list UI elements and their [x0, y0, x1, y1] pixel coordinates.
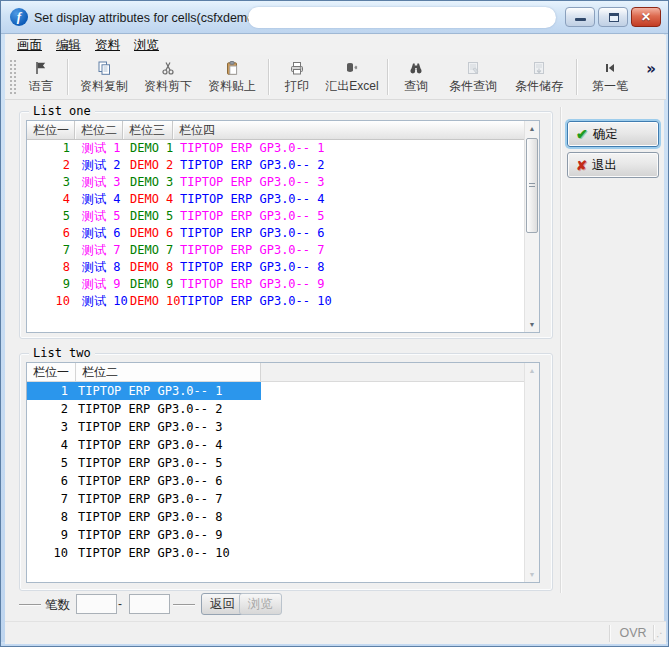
toolbar-separator [67, 59, 68, 95]
table-row[interactable]: 1测试 1DEMO 1TIPTOP ERP GP3.0-- 1 [27, 140, 525, 157]
table-cell: 10 [27, 293, 75, 310]
table-row[interactable]: 3测试 3DEMO 3TIPTOP ERP GP3.0-- 3 [27, 174, 525, 191]
resize-grip-icon[interactable]: ⋰ [653, 632, 663, 642]
scroll-up-icon[interactable]: ▲ [525, 363, 539, 378]
table-cell: TIPTOP ERP GP3.0-- 1 [76, 382, 261, 400]
browse-button: 浏览 [239, 593, 282, 615]
maximize-button[interactable] [598, 7, 628, 27]
table-row[interactable]: 8TIPTOP ERP GP3.0-- 8 [27, 508, 261, 526]
record-from-input[interactable] [76, 594, 117, 614]
record-to-input[interactable] [129, 594, 170, 614]
scroll-down-icon[interactable]: ▼ [525, 567, 539, 582]
return-button[interactable]: 返回 [201, 593, 244, 615]
scrollbar-thumb[interactable] [526, 138, 538, 233]
conditional-save-icon [531, 59, 547, 77]
list-two-scrollbar[interactable]: ▲ ▼ [524, 363, 539, 582]
paste-icon [224, 59, 240, 77]
menu-item-data[interactable]: 资料 [89, 36, 126, 55]
cross-icon: ✘ [576, 158, 587, 173]
list-one-scrollbar[interactable]: ▲ ▼ [524, 121, 539, 332]
export-excel-button[interactable]: 汇出Excel [321, 55, 383, 99]
table-cell: TIPTOP ERP GP3.0-- 1 [173, 140, 525, 157]
toolbar-gripper[interactable] [9, 59, 17, 96]
table-cell: 1 [27, 382, 76, 400]
list-two-table[interactable]: 栏位一 栏位二 1TIPTOP ERP GP3.0-- 12TIPTOP ERP… [26, 362, 540, 583]
table-cell: TIPTOP ERP GP3.0-- 10 [76, 544, 261, 562]
table-row[interactable]: 7测试 7DEMO 7TIPTOP ERP GP3.0-- 7 [27, 242, 525, 259]
range-separator: - [118, 597, 122, 611]
scroll-up-icon[interactable]: ▲ [525, 121, 539, 136]
close-button[interactable]: ✕ [631, 7, 661, 27]
table-row[interactable]: 2测试 2DEMO 2TIPTOP ERP GP3.0-- 2 [27, 157, 525, 174]
table-cell: TIPTOP ERP GP3.0-- 3 [173, 174, 525, 191]
table-cell: TIPTOP ERP GP3.0-- 4 [173, 191, 525, 208]
table-row[interactable]: 6TIPTOP ERP GP3.0-- 6 [27, 472, 261, 490]
table-row[interactable]: 3TIPTOP ERP GP3.0-- 3 [27, 418, 261, 436]
binoculars-icon [408, 59, 424, 77]
menu-item-edit[interactable]: 编辑 [50, 36, 87, 55]
column-header[interactable]: 栏位四 [173, 121, 525, 139]
table-cell: 测试 5 [75, 208, 123, 225]
query-button[interactable]: 查询 [392, 55, 440, 99]
table-row[interactable]: 9测试 9DEMO 9TIPTOP ERP GP3.0-- 9 [27, 276, 525, 293]
table-cell: 5 [27, 208, 75, 225]
menu-item-screen[interactable]: 画面 [11, 36, 48, 55]
column-header[interactable]: 栏位二 [75, 121, 123, 139]
menu-item-browse[interactable]: 浏览 [128, 36, 165, 55]
column-header[interactable]: 栏位三 [123, 121, 173, 139]
table-row[interactable]: 7TIPTOP ERP GP3.0-- 7 [27, 490, 261, 508]
print-button[interactable]: 打印 [273, 55, 321, 99]
table-cell: DEMO 8 [123, 259, 173, 276]
table-cell: DEMO 3 [123, 174, 173, 191]
table-row[interactable]: 10测试 10DEMO 10TIPTOP ERP GP3.0-- 10 [27, 293, 525, 310]
table-cell: 4 [27, 436, 76, 454]
ok-button[interactable]: ✔ 确定 [567, 121, 659, 147]
menu-bar: 画面 编辑 资料 浏览 [5, 35, 666, 55]
divider [19, 604, 41, 605]
minimize-button[interactable] [565, 7, 595, 27]
exit-button[interactable]: ✘ 退出 [567, 152, 659, 178]
cut-button[interactable]: 资料剪下 [136, 55, 200, 99]
table-cell: 7 [27, 242, 75, 259]
table-cell: DEMO 7 [123, 242, 173, 259]
paste-button[interactable]: 资料贴上 [200, 55, 264, 99]
table-row[interactable]: 4测试 4DEMO 4TIPTOP ERP GP3.0-- 4 [27, 191, 525, 208]
table-row[interactable]: 5TIPTOP ERP GP3.0-- 5 [27, 454, 261, 472]
conditional-query-button: 条件查询 [440, 55, 506, 99]
column-header[interactable]: 栏位一 [27, 363, 76, 381]
table-row[interactable]: 4TIPTOP ERP GP3.0-- 4 [27, 436, 261, 454]
table-cell: 8 [27, 508, 76, 526]
table-row[interactable]: 5测试 5DEMO 5TIPTOP ERP GP3.0-- 5 [27, 208, 525, 225]
column-header[interactable]: 栏位一 [27, 121, 75, 139]
table-cell: DEMO 5 [123, 208, 173, 225]
app-icon: f [10, 8, 28, 26]
table-cell: 9 [27, 276, 75, 293]
column-header-filler [261, 363, 525, 381]
table-row[interactable]: 9TIPTOP ERP GP3.0-- 9 [27, 526, 261, 544]
table-row-selected[interactable]: 1TIPTOP ERP GP3.0-- 1 [27, 382, 261, 400]
table-cell: DEMO 9 [123, 276, 173, 293]
table-cell: 测试 2 [75, 157, 123, 174]
toolbar-overflow-chevron[interactable]: » [646, 60, 656, 78]
language-button[interactable]: 语言 [19, 55, 63, 99]
list-one-header: 栏位一 栏位二 栏位三 栏位四 [27, 121, 525, 140]
copy-button[interactable]: 资料复制 [72, 55, 136, 99]
table-cell: 7 [27, 490, 76, 508]
table-cell: TIPTOP ERP GP3.0-- 2 [76, 400, 261, 418]
table-cell: TIPTOP ERP GP3.0-- 3 [76, 418, 261, 436]
table-row[interactable]: 10TIPTOP ERP GP3.0-- 10 [27, 544, 261, 562]
table-cell: TIPTOP ERP GP3.0-- 10 [173, 293, 525, 310]
conditional-save-button: 条件储存 [506, 55, 572, 99]
table-row[interactable]: 8测试 8DEMO 8TIPTOP ERP GP3.0-- 8 [27, 259, 525, 276]
table-cell: 测试 7 [75, 242, 123, 259]
statusbar-separator [609, 625, 610, 642]
scroll-down-icon[interactable]: ▼ [525, 317, 539, 332]
first-record-button[interactable]: 第一笔 [581, 55, 639, 99]
table-row[interactable]: 2TIPTOP ERP GP3.0-- 2 [27, 400, 261, 418]
list-two-label: List two [29, 346, 95, 360]
column-header[interactable]: 栏位二 [76, 363, 261, 381]
list-one-table[interactable]: 栏位一 栏位二 栏位三 栏位四 1测试 1DEMO 1TIPTOP ERP GP… [26, 120, 540, 333]
table-row[interactable]: 6测试 6DEMO 6TIPTOP ERP GP3.0-- 6 [27, 225, 525, 242]
panel-splitter[interactable] [560, 107, 561, 593]
copy-icon [96, 59, 112, 77]
